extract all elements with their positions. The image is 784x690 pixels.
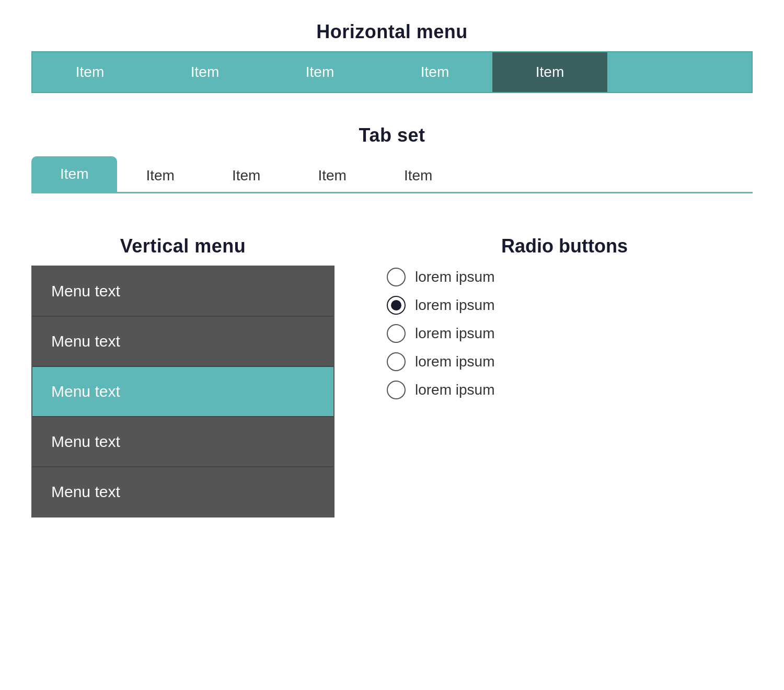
radio-row-1[interactable]: lorem ipsum bbox=[387, 296, 753, 315]
horizontal-menu-section: Horizontal menu ItemItemItemItemItem bbox=[31, 21, 753, 93]
lower-row: Vertical menu Menu textMenu textMenu tex… bbox=[31, 235, 753, 518]
radio-buttons-title: Radio buttons bbox=[376, 235, 753, 257]
radio-circle-2 bbox=[387, 324, 406, 343]
radio-circle-0 bbox=[387, 268, 406, 286]
radio-circle-4 bbox=[387, 381, 406, 399]
radio-label-2: lorem ipsum bbox=[415, 325, 494, 342]
tab-item-3[interactable]: Item bbox=[289, 158, 375, 193]
vertical-menu: Menu textMenu textMenu textMenu textMenu… bbox=[31, 266, 335, 518]
horizontal-menu-title: Horizontal menu bbox=[31, 21, 753, 43]
radio-row-3[interactable]: lorem ipsum bbox=[387, 352, 753, 371]
tab-set-title: Tab set bbox=[31, 124, 753, 146]
horizontal-menu-item-3[interactable]: Item bbox=[377, 52, 492, 92]
vertical-menu-item-0[interactable]: Menu text bbox=[32, 267, 333, 317]
vertical-menu-section: Vertical menu Menu textMenu textMenu tex… bbox=[31, 235, 335, 518]
horizontal-menu-item-4[interactable]: Item bbox=[492, 52, 607, 92]
radio-row-4[interactable]: lorem ipsum bbox=[387, 381, 753, 399]
tab-item-2[interactable]: Item bbox=[203, 158, 289, 193]
vertical-menu-title: Vertical menu bbox=[31, 235, 335, 257]
vertical-menu-item-3[interactable]: Menu text bbox=[32, 417, 333, 467]
horizontal-menu: ItemItemItemItemItem bbox=[31, 51, 753, 93]
radio-buttons-section: Radio buttons lorem ipsumlorem ipsumlore… bbox=[376, 235, 753, 399]
radio-label-1: lorem ipsum bbox=[415, 297, 494, 314]
tab-item-1[interactable]: Item bbox=[117, 158, 203, 193]
tab-set-section: Tab set ItemItemItemItemItem bbox=[31, 124, 753, 193]
horizontal-menu-item-2[interactable]: Item bbox=[262, 52, 377, 92]
horizontal-menu-item-1[interactable]: Item bbox=[147, 52, 262, 92]
radio-row-2[interactable]: lorem ipsum bbox=[387, 324, 753, 343]
radio-label-0: lorem ipsum bbox=[415, 269, 494, 285]
radio-label-4: lorem ipsum bbox=[415, 382, 494, 398]
vertical-menu-item-2[interactable]: Menu text bbox=[32, 367, 333, 417]
radio-label-3: lorem ipsum bbox=[415, 353, 494, 370]
vertical-menu-item-4[interactable]: Menu text bbox=[32, 467, 333, 516]
radio-row-0[interactable]: lorem ipsum bbox=[387, 268, 753, 286]
tab-bar: ItemItemItemItemItem bbox=[31, 155, 753, 193]
radio-circle-1 bbox=[387, 296, 406, 315]
tab-item-0[interactable]: Item bbox=[31, 156, 117, 193]
tab-item-4[interactable]: Item bbox=[375, 158, 461, 193]
horizontal-menu-item-0[interactable]: Item bbox=[32, 52, 147, 92]
vertical-menu-item-1[interactable]: Menu text bbox=[32, 317, 333, 367]
radio-list: lorem ipsumlorem ipsumlorem ipsumlorem i… bbox=[376, 268, 753, 399]
radio-circle-3 bbox=[387, 352, 406, 371]
